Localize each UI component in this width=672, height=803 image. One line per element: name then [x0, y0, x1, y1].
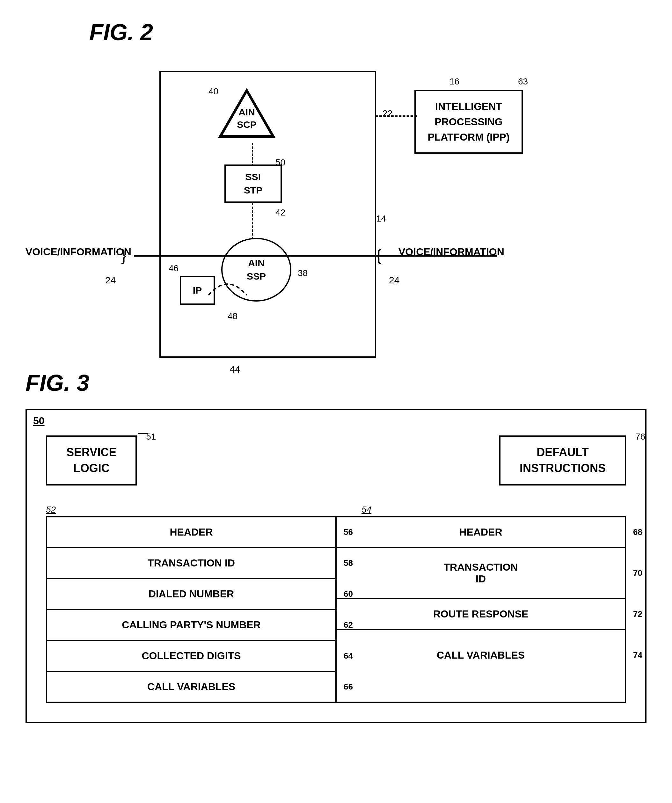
main-system-box: AINSCP 40 SSISTP 50 42 AINSSP 38 — [159, 71, 376, 358]
default-instructions-box: DEFAULTINSTRUCTIONS — [499, 436, 626, 486]
ssi-stp-box: SSISTP — [225, 164, 282, 203]
page: FIG. 2 INTELLIGENTPROCESSINGPLATFORM (IP… — [0, 0, 672, 803]
label-50-underline: 50 — [33, 415, 45, 427]
fig3-outer-box: 50 SERVICELOGIC 51 DEFAULTINSTRUCTIONS 7… — [26, 409, 646, 723]
fig3-title: FIG. 3 — [26, 370, 646, 396]
service-logic-container: SERVICELOGIC 51 — [46, 436, 137, 486]
label-22: 22 — [382, 108, 392, 119]
label-52: 52 — [46, 505, 336, 515]
ipp-label: INTELLIGENTPROCESSINGPLATFORM (IPP) — [428, 99, 509, 145]
fig3-section: FIG. 3 50 SERVICELOGIC 51 DEFAULTINSTRUC… — [0, 370, 672, 723]
curly-left: } — [121, 246, 127, 265]
label-48: 48 — [228, 311, 238, 321]
col2-row-rr: ROUTE RESPONSE 72 — [337, 599, 625, 630]
col2: HEADER 68 TRANSACTION ID 70 ROUTE RESPON… — [337, 517, 625, 702]
label-16: 16 — [449, 76, 459, 87]
col1-row-cv: CALL VARIABLES 66 — [47, 672, 335, 702]
label-70: 70 — [633, 568, 642, 578]
col2-row-header: HEADER 68 — [337, 517, 625, 548]
label-63: 63 — [518, 76, 528, 87]
fig2-diagram: INTELLIGENTPROCESSINGPLATFORM (IPP) 16 6… — [26, 58, 646, 402]
voice-info-left: VOICE/INFORMATION — [26, 246, 131, 258]
voice-line — [134, 255, 497, 257]
col1-row-dn: DIALED NUMBER 60 — [47, 579, 335, 610]
col2-row-cv: CALL VARIABLES 74 — [337, 630, 625, 680]
col1-row-cpn: CALLING PARTY'S NUMBER 62 — [47, 610, 335, 641]
ain-scp-triangle: AINSCP — [218, 88, 275, 138]
label-50-fig2: 50 — [275, 158, 285, 168]
ip-ssp-arc — [177, 270, 253, 308]
default-instructions-container: DEFAULTINSTRUCTIONS 76 — [499, 436, 626, 486]
col1-row-tid: TRANSACTION ID 58 — [47, 548, 335, 579]
dashed-ipp-line — [376, 115, 417, 117]
label-38: 38 — [298, 268, 308, 278]
dashed-line-2 — [252, 203, 253, 239]
label-68: 68 — [633, 527, 642, 537]
curly-right: { — [376, 246, 382, 265]
label-54: 54 — [361, 505, 626, 515]
fig3-top-row: SERVICELOGIC 51 DEFAULTINSTRUCTIONS 76 — [46, 436, 626, 486]
label-74: 74 — [633, 650, 642, 660]
fig3-data-columns: HEADER 56 TRANSACTION ID 58 DIALED NUMBE… — [46, 516, 626, 703]
ssi-stp-label: SSISTP — [244, 170, 262, 197]
label-42: 42 — [275, 208, 285, 218]
col2-row-tid: TRANSACTION ID 70 — [337, 548, 625, 599]
service-logic-box: SERVICELOGIC — [46, 436, 137, 486]
fig2-title: FIG. 2 — [89, 19, 646, 45]
ain-scp-container: AINSCP — [218, 88, 275, 138]
col2-header-area: 54 — [336, 505, 626, 515]
ipp-box: INTELLIGENTPROCESSINGPLATFORM (IPP) — [415, 90, 523, 154]
col1-row-cd: COLLECTED DIGITS 64 — [47, 641, 335, 672]
label-24-left: 24 — [105, 275, 116, 286]
label-72: 72 — [633, 609, 642, 619]
col-headers-row: 52 54 — [46, 505, 626, 515]
label-24-right: 24 — [389, 275, 399, 286]
connector-51 — [138, 433, 148, 434]
col1: HEADER 56 TRANSACTION ID 58 DIALED NUMBE… — [47, 517, 337, 702]
label-40: 40 — [208, 86, 218, 97]
col1-header-area: 52 — [46, 505, 336, 515]
label-76: 76 — [635, 432, 645, 442]
col1-row-header: HEADER 56 — [47, 517, 335, 548]
ain-scp-label: AINSCP — [228, 106, 266, 131]
label-14: 14 — [376, 214, 386, 224]
dashed-line-1 — [252, 143, 253, 167]
